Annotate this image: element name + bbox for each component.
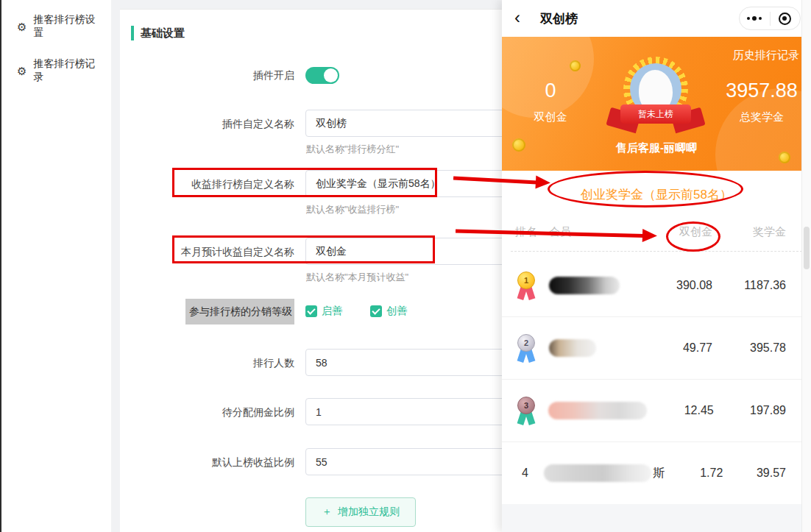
checkbox-checked-icon xyxy=(305,305,317,317)
total-scholarship-label: 总奖学金 xyxy=(714,110,810,124)
section-title: 基础设置 xyxy=(131,26,185,40)
member-name-suffix: 斯 xyxy=(653,466,665,481)
not-ranked-badge-label: 暂未上榜 xyxy=(620,104,691,124)
sidebar-item-ranking-settings[interactable]: ⚙ 推客排行榜设置 xyxy=(1,4,111,49)
admin-page: ⚙ 推客排行榜设置 ⚙ 推客排行榜记录 基础设置 插件开启 插件自定义名称 默认… xyxy=(0,0,811,532)
add-rule-button-label: 增加独立规则 xyxy=(338,506,400,519)
phone-footer-area xyxy=(502,504,811,532)
month-income-name-label: 本月预计收益自定义名称 xyxy=(120,238,294,258)
row-scholarship: 1187.36 xyxy=(712,279,786,292)
row-scholarship: 197.89 xyxy=(714,404,786,417)
sidebar-item-label: 推客排行榜记录 xyxy=(33,57,105,84)
blurred-member-name xyxy=(549,277,620,294)
plugin-switch-toggle[interactable] xyxy=(305,67,339,84)
add-rule-button[interactable]: ＋ 增加独立规则 xyxy=(305,497,416,527)
leaderboard-table-header: 排名 会员 双创金 奖学金 xyxy=(502,219,811,245)
phone-preview: ‹ 双创榜 历史排行记录 0 双创金 3957.88 总 xyxy=(502,0,811,532)
row-score: 49.77 xyxy=(645,341,712,355)
table-row: 2 49.77 395.78 xyxy=(502,316,811,379)
plugin-switch-row: 插件开启 xyxy=(120,64,339,84)
table-row: 4 斯 1.72 39.57 xyxy=(502,441,811,504)
phone-title: 双创榜 xyxy=(540,10,578,27)
scrollbar-track[interactable] xyxy=(801,0,811,532)
my-score-label: 双创金 xyxy=(515,110,586,124)
sidebar-item-ranking-records[interactable]: ⚙ 推客排行榜记录 xyxy=(1,49,111,93)
row-score: 390.08 xyxy=(645,279,712,292)
user-nickname: 售后客服-丽唧唧 xyxy=(502,141,811,155)
back-icon[interactable]: ‹ xyxy=(514,7,520,29)
my-score-stat: 0 双创金 xyxy=(515,79,586,124)
level-checkbox-qishan[interactable]: 启善 xyxy=(305,305,342,318)
table-row: 1 390.08 1187.36 xyxy=(502,254,811,316)
total-scholarship-value: 3957.88 xyxy=(714,79,810,102)
row-scholarship: 395.78 xyxy=(712,341,786,355)
rank-count-label: 排行人数 xyxy=(120,349,294,369)
dashed-divider xyxy=(511,251,802,252)
more-menu-icon[interactable] xyxy=(740,16,770,21)
level-label: 创善 xyxy=(386,305,407,318)
blurred-member-name xyxy=(549,339,596,357)
header-member: 会员 xyxy=(549,225,645,239)
phone-header: ‹ 双创榜 xyxy=(502,0,811,37)
header-rank: 排名 xyxy=(515,225,549,239)
sidebar-item-label: 推客排行榜设置 xyxy=(33,13,105,40)
plugin-name-label: 插件自定义名称 xyxy=(120,110,294,130)
row-score: 12.45 xyxy=(647,404,713,417)
income-rank-name-label: 收益排行榜自定义名称 xyxy=(120,170,294,191)
header-scholarship: 奖学金 xyxy=(712,225,786,239)
my-score-value: 0 xyxy=(515,79,586,102)
leaderboard-list-title: 创业奖学金（显示前58名） xyxy=(502,171,811,218)
rank-number: 4 xyxy=(515,467,528,479)
leaderboard-rows: 1 390.08 1187.36 2 49.77 395.78 xyxy=(502,254,811,504)
coin-icon xyxy=(570,60,581,71)
gear-icon: ⚙ xyxy=(17,65,26,77)
sidebar: ⚙ 推客排行榜设置 ⚙ 推客排行榜记录 xyxy=(1,0,111,532)
commission-ratio-label: 待分配佣金比例 xyxy=(120,398,294,419)
close-target-icon[interactable] xyxy=(771,13,801,25)
levels-row: 参与排行榜的分销等级 启善 创善 xyxy=(120,299,435,324)
table-row: 3 12.45 197.89 xyxy=(502,379,811,441)
checkbox-checked-icon xyxy=(370,305,382,317)
blurred-member-name xyxy=(548,402,647,419)
bronze-medal-icon: 3 xyxy=(516,397,536,425)
row-score: 1.72 xyxy=(665,467,723,480)
default-income-ratio-label: 默认上榜收益比例 xyxy=(120,448,294,469)
total-scholarship-stat: 3957.88 总奖学金 xyxy=(714,79,810,124)
miniprogram-capsule xyxy=(739,7,801,30)
plus-icon: ＋ xyxy=(322,506,332,519)
silver-medal-icon: 2 xyxy=(516,334,536,362)
scrollbar-thumb[interactable] xyxy=(804,227,810,269)
add-rule-row: ＋ 增加独立规则 xyxy=(305,497,416,527)
level-checkbox-chuangshan[interactable]: 创善 xyxy=(370,305,407,318)
gear-icon: ⚙ xyxy=(17,21,26,32)
levels-label: 参与排行榜的分销等级 xyxy=(185,299,294,324)
not-ranked-badge: 暂未上榜 xyxy=(609,104,702,135)
plugin-switch-label: 插件开启 xyxy=(120,64,294,82)
header-score: 双创金 xyxy=(645,225,712,239)
row-scholarship: 39.57 xyxy=(723,467,786,480)
gold-medal-icon: 1 xyxy=(516,272,536,299)
leaderboard-banner: 历史排行记录 0 双创金 3957.88 总奖学金 暂未上榜 售后客服-丽唧唧 xyxy=(502,37,811,171)
history-rank-link[interactable]: 历史排行记录 xyxy=(733,49,799,63)
level-label: 启善 xyxy=(322,305,342,318)
blurred-member-name xyxy=(544,464,651,482)
